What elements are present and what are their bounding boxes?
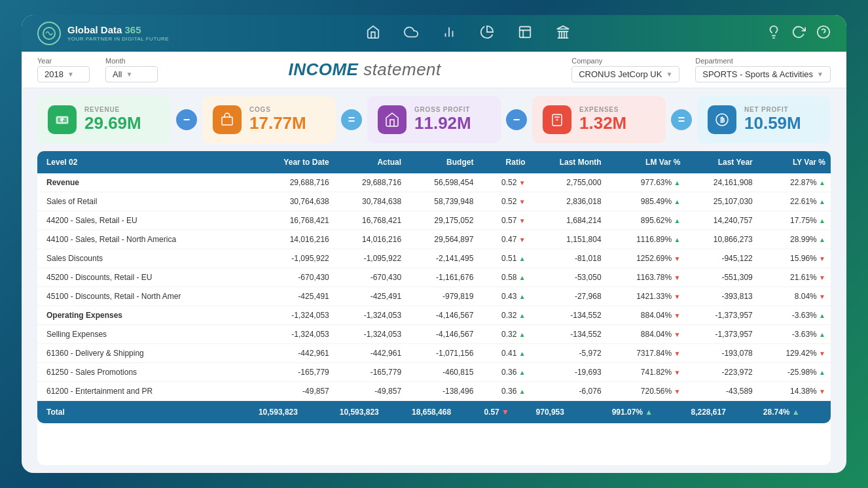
row-ly-var: -25.98% ▲ (758, 363, 831, 382)
month-filter: Month All ▼ (105, 57, 158, 82)
table-row: 44100 - Sales, Retail - North America 14… (37, 230, 831, 249)
kpi-section: REVENUE 29.69M − COGS 17.77M = (22, 88, 846, 151)
row-actual: -442,961 (335, 344, 407, 363)
kpi-gross: GROSS PROFIT 11.92M (367, 96, 501, 143)
app-subtitle: YOUR PARTNER IN DIGITAL FUTURE (67, 36, 169, 42)
row-budget: -4,146,567 (407, 325, 479, 344)
row-ratio: 0.57 ▼ (479, 211, 530, 230)
net-label: NET PROFIT (744, 106, 801, 113)
expenses-content: EXPENSES 1.32M (579, 106, 626, 133)
revenue-label: REVENUE (84, 106, 141, 113)
table-section: Level 02 Year to Date Actual Budget Rati… (37, 151, 831, 465)
row-actual: -49,857 (335, 382, 407, 401)
net-value: 10.59M (744, 113, 801, 133)
row-last-year: -551,309 (685, 268, 757, 287)
company-select[interactable]: CRONUS JetCorp UK ▼ (571, 66, 679, 82)
row-budget: -138,496 (407, 382, 479, 401)
page-title-area: INCOME statement (173, 60, 556, 80)
row-last-month: 1,151,804 (531, 230, 607, 249)
row-budget: 58,739,948 (407, 192, 479, 211)
footer-ytd: 10,593,823 (253, 401, 335, 424)
logo-icon (37, 22, 61, 45)
row-last-month: -81,018 (531, 249, 607, 268)
row-lm-var: 1252.69% ▼ (607, 249, 686, 268)
refresh-icon[interactable] (791, 25, 806, 43)
nav-bank-icon[interactable] (556, 25, 570, 43)
row-lm-var: 7317.84% ▼ (607, 344, 686, 363)
row-actual: -165,779 (335, 363, 407, 382)
nav-pie-icon[interactable] (480, 25, 494, 43)
dept-select[interactable]: SPORTS - Sports & Activities ▼ (695, 66, 831, 82)
row-name: Selling Expenses (37, 325, 253, 344)
year-chevron: ▼ (67, 71, 74, 78)
row-lm-var: 1116.89% ▲ (607, 230, 686, 249)
footer-ratio: 0.57 ▼ (479, 401, 530, 424)
row-ly-var: 15.96% ▼ (758, 249, 831, 268)
footer-ly-var: 28.74% ▲ (758, 401, 831, 424)
row-actual: 14,016,216 (335, 230, 407, 249)
year-select[interactable]: 2018 ▼ (37, 66, 90, 82)
table-row: Revenue 29,688,716 29,688,716 56,598,454… (37, 173, 831, 192)
row-lm-var: 884.04% ▼ (607, 306, 686, 325)
row-name: 45200 - Discounts, Retail - EU (37, 268, 253, 287)
table-row: 61250 - Sales Promotions -165,779 -165,7… (37, 363, 831, 382)
gross-label: GROSS PROFIT (414, 106, 471, 113)
table-scroll[interactable]: Level 02 Year to Date Actual Budget Rati… (37, 151, 831, 465)
row-last-month: -5,972 (531, 344, 607, 363)
row-ytd: 29,688,716 (253, 173, 335, 192)
month-select[interactable]: All ▼ (105, 66, 158, 82)
row-name: 45100 - Discounts, Retail - North Amer (37, 287, 253, 306)
row-actual: 29,688,716 (335, 173, 407, 192)
row-last-year: -43,589 (685, 382, 757, 401)
row-last-year: 10,866,273 (685, 230, 757, 249)
row-ytd: -1,324,053 (253, 325, 335, 344)
minus-separator-1: − (176, 109, 197, 130)
cogs-label: COGS (249, 106, 306, 113)
row-ly-var: 14.38% ▼ (758, 382, 831, 401)
row-ratio: 0.47 ▼ (479, 230, 530, 249)
row-ratio: 0.32 ▲ (479, 325, 530, 344)
col-level02: Level 02 (37, 151, 253, 173)
header: Global Data 365 YOUR PARTNER IN DIGITAL … (22, 15, 846, 52)
row-ytd: -165,779 (253, 363, 335, 382)
nav-cloud-icon[interactable] (404, 25, 418, 43)
row-ratio: 0.36 ▲ (479, 363, 530, 382)
row-lm-var: 1163.78% ▼ (607, 268, 686, 287)
row-ly-var: -3.63% ▲ (758, 325, 831, 344)
company-filter: Company CRONUS JetCorp UK ▼ (571, 57, 679, 82)
row-last-month: -19,693 (531, 363, 607, 382)
row-ly-var: 21.61% ▼ (758, 268, 831, 287)
logo-text: Global Data 365 YOUR PARTNER IN DIGITAL … (67, 25, 169, 42)
row-name: 44200 - Sales, Retail - EU (37, 211, 253, 230)
col-ytd: Year to Date (253, 151, 335, 173)
bulb-icon[interactable] (767, 25, 781, 43)
row-name: Sales Discounts (37, 249, 253, 268)
revenue-content: REVENUE 29.69M (84, 106, 141, 133)
help-icon[interactable] (816, 25, 831, 43)
row-last-year: -1,373,957 (685, 306, 757, 325)
row-name: Revenue (37, 173, 253, 192)
row-last-year: 25,107,030 (685, 192, 757, 211)
year-value: 2018 (45, 69, 63, 79)
kpi-revenue: REVENUE 29.69M (37, 96, 171, 143)
row-last-year: -193,078 (685, 344, 757, 363)
gross-content: GROSS PROFIT 11.92M (414, 106, 471, 133)
nav-chart-icon[interactable] (442, 25, 456, 43)
equals-separator-2: = (671, 109, 692, 130)
row-ytd: -1,324,053 (253, 306, 335, 325)
nav-home-icon[interactable] (366, 25, 380, 43)
equals-separator-1: = (341, 109, 362, 130)
row-last-month: -134,552 (531, 325, 607, 344)
page-title-bold: INCOME (288, 60, 358, 79)
expenses-label: EXPENSES (579, 106, 626, 113)
table-row: Sales Discounts -1,095,922 -1,095,922 -2… (37, 249, 831, 268)
col-ratio: Ratio (479, 151, 530, 173)
row-last-year: -1,373,957 (685, 325, 757, 344)
nav-report-icon[interactable] (518, 25, 532, 43)
col-last-year: Last Year (685, 151, 757, 173)
row-budget: -460,815 (407, 363, 479, 382)
footer-last-month: 970,953 (531, 401, 607, 424)
footer-last-year: 8,228,617 (685, 401, 757, 424)
row-ratio: 0.32 ▲ (479, 306, 530, 325)
row-name: 61360 - Delivery & Shipping (37, 344, 253, 363)
